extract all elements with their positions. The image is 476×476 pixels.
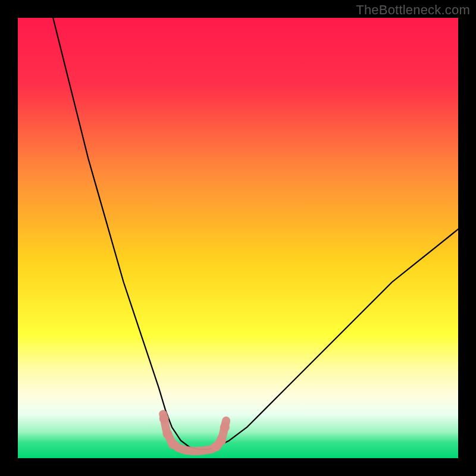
optimal-marker [163,429,173,439]
outer-frame: TheBottleneck.com [0,0,476,476]
plot-area [18,18,458,458]
optimal-marker [159,414,169,423]
optimal-marker [220,422,230,432]
optimal-marker [217,436,226,445]
chart-svg [18,18,458,458]
watermark-text: TheBottleneck.com [356,2,470,18]
gradient-background [18,18,458,458]
optimal-marker [168,439,177,449]
